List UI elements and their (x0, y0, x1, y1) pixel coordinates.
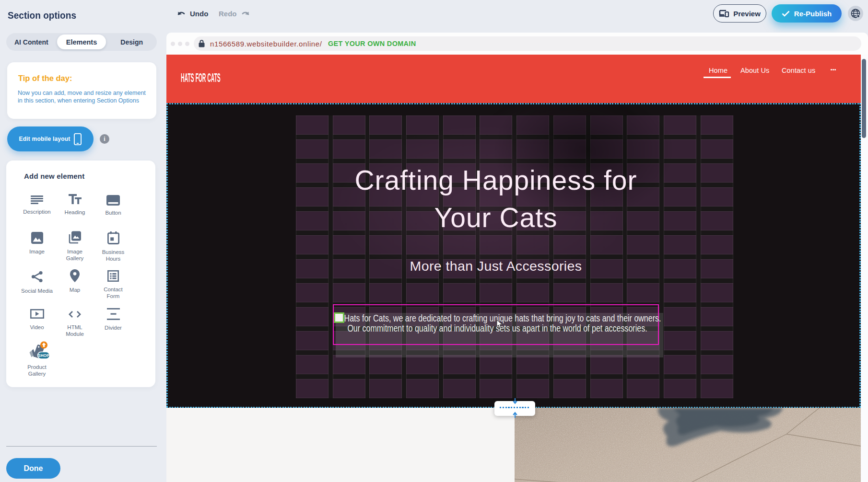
svg-text:SHOP: SHOP (38, 354, 49, 358)
